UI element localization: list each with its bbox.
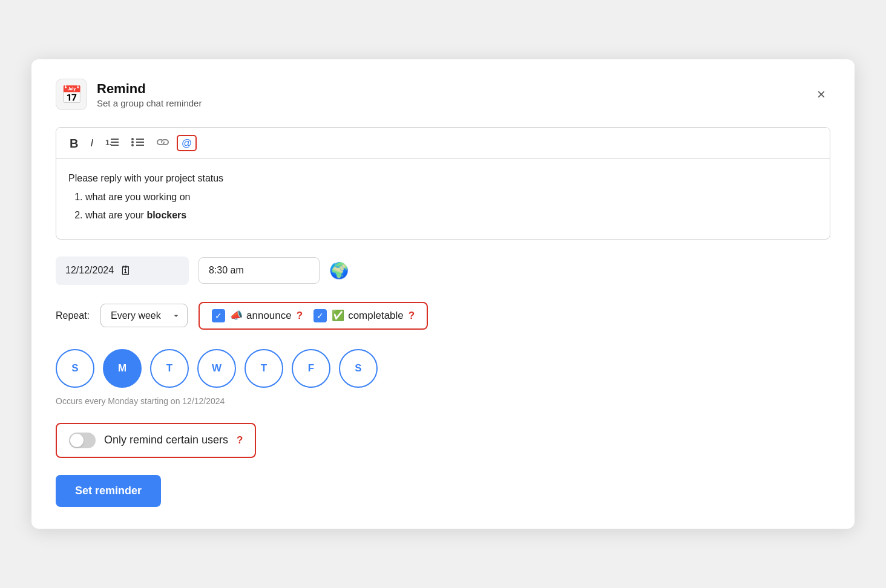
remind-modal: 📅 Remind Set a group chat reminder × B I… [31, 59, 855, 529]
completable-word: completable [348, 310, 404, 322]
set-reminder-button[interactable]: Set reminder [56, 475, 161, 507]
title-block: Remind Set a group chat reminder [97, 81, 202, 108]
svg-point-6 [131, 144, 134, 146]
editor-box: B I 1. [56, 127, 830, 240]
occurs-text: Occurs every Monday starting on 12/12/20… [56, 396, 830, 406]
app-icon: 📅 [56, 79, 87, 110]
completable-question[interactable]: ? [409, 310, 415, 322]
ordered-list-button[interactable]: 1. [100, 134, 123, 152]
day-wednesday[interactable]: W [197, 349, 236, 388]
announce-completable-box: ✓ 📣 @ announce ? ✓ ✅ completable ? [199, 302, 428, 330]
announce-checkbox-item: ✓ 📣 @ announce ? [212, 309, 303, 322]
datetime-row: 12/12/2024 🗓 8:30 am 🌍 [56, 256, 830, 285]
announce-word: announce [246, 310, 292, 322]
completable-checkbox[interactable]: ✓ [313, 309, 327, 322]
repeat-label: Repeat: [56, 310, 90, 321]
time-value: 8:30 am [209, 265, 244, 276]
only-remind-toggle[interactable] [69, 433, 96, 448]
mention-button[interactable]: @ [177, 135, 197, 151]
link-button[interactable] [151, 134, 174, 152]
svg-point-5 [131, 141, 134, 143]
bold-button[interactable]: B [65, 134, 83, 152]
day-monday[interactable]: M [103, 349, 142, 388]
editor-list-item2-bold: blockers [146, 210, 186, 220]
globe-icon[interactable]: 🌍 [329, 261, 349, 280]
day-tuesday[interactable]: T [150, 349, 189, 388]
header-left: 📅 Remind Set a group chat reminder [56, 79, 202, 110]
editor-list-item2: what are your blockers [85, 207, 818, 223]
editor-toolbar: B I 1. [56, 128, 830, 159]
megaphone-icon: 📣 [230, 309, 243, 322]
repeat-row: Repeat: Every week Every day Every month… [56, 302, 830, 330]
day-thursday[interactable]: T [244, 349, 283, 388]
only-remind-box: Only remind certain users ? [56, 423, 256, 458]
completable-label: ✅ completable [332, 309, 404, 322]
only-remind-label: Only remind certain users [104, 434, 228, 446]
day-saturday[interactable]: S [339, 349, 378, 388]
modal-header: 📅 Remind Set a group chat reminder × [56, 79, 830, 110]
time-input[interactable]: 8:30 am [199, 257, 320, 284]
day-friday[interactable]: F [292, 349, 330, 388]
announce-checkbox[interactable]: ✓ [212, 309, 225, 322]
announce-label: 📣 @ announce [230, 309, 292, 322]
editor-line1: Please reply with your project status [68, 170, 818, 186]
modal-title: Remind [97, 81, 202, 97]
day-selector: S M T W T F S [56, 349, 830, 388]
editor-content[interactable]: Please reply with your project status wh… [56, 159, 830, 239]
italic-button[interactable]: I [85, 135, 98, 151]
only-remind-question[interactable]: ? [237, 434, 243, 446]
check-icon: ✅ [332, 309, 344, 322]
unordered-list-button[interactable] [126, 134, 149, 152]
close-button[interactable]: × [812, 83, 830, 105]
date-input[interactable]: 12/12/2024 🗓 [56, 256, 189, 285]
svg-point-4 [131, 138, 134, 140]
editor-list-item1: what are you working on [85, 189, 818, 205]
editor-list-item2-prefix: what are your [85, 210, 146, 220]
repeat-select[interactable]: Every week Every day Every month Every y… [100, 304, 188, 327]
modal-subtitle: Set a group chat reminder [97, 98, 202, 108]
announce-question[interactable]: ? [297, 310, 303, 322]
toggle-knob [70, 434, 84, 447]
day-sunday[interactable]: S [56, 349, 94, 388]
calendar-icon: 🗓 [120, 264, 132, 278]
completable-checkbox-item: ✓ ✅ completable ? [313, 309, 415, 322]
date-value: 12/12/2024 [65, 265, 114, 276]
